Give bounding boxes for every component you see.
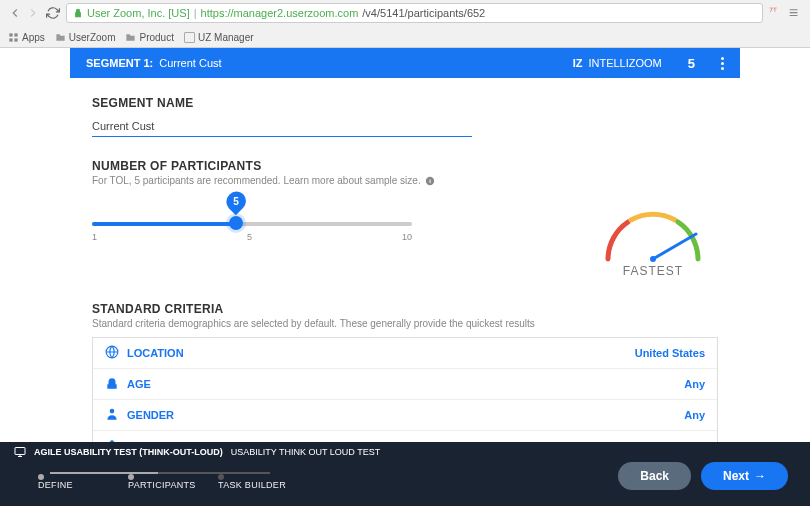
criteria-row-gender[interactable]: GENDER Any [93, 400, 717, 431]
svg-rect-0 [9, 33, 12, 36]
person-icon [105, 407, 119, 423]
speed-gauge: FASTEST [588, 198, 718, 278]
page-body: SEGMENT 1: Current Cust IZ INTELLIZOOM 5… [0, 48, 810, 442]
bookmark-apps[interactable]: Apps [8, 32, 45, 43]
monitor-icon [14, 446, 26, 458]
gauge-label: FASTEST [588, 264, 718, 278]
svg-point-8 [110, 409, 115, 414]
criteria-row-age[interactable]: AGE Any [93, 369, 717, 400]
svg-rect-3 [14, 38, 17, 41]
back-button[interactable]: Back [618, 462, 691, 490]
gauge-icon [593, 204, 713, 264]
criteria-row-income[interactable]: HOUSEHOLD INCOME Any [93, 431, 717, 442]
slider-min: 1 [92, 232, 97, 242]
segment-count: 5 [688, 56, 695, 71]
bookmark-uz-manager[interactable]: UZ Manager [184, 32, 254, 43]
participants-title: NUMBER OF PARTICIPANTS [92, 159, 718, 173]
breadcrumb-test-type: AGILE USABILITY TEST (THINK-OUT-LOUD) [34, 447, 223, 457]
extension-icon[interactable]: ⁷ᵀ [769, 6, 783, 20]
slider-thumb[interactable] [229, 216, 243, 230]
url-bar[interactable]: User Zoom, Inc. [US] | https://manager2.… [66, 3, 763, 23]
criteria-row-location[interactable]: LOCATION United States [93, 338, 717, 369]
provider-short: IZ [573, 57, 583, 69]
criteria-title: STANDARD CRITERIA [92, 302, 718, 316]
svg-point-6 [650, 256, 656, 262]
bookmark-product[interactable]: Product [125, 32, 173, 43]
step-participants[interactable]: PARTICIPANTS [128, 464, 218, 490]
wizard-bottom-bar: AGILE USABILITY TEST (THINK-OUT-LOUD) US… [0, 442, 810, 506]
step-task-builder[interactable]: TASK BUILDER [218, 464, 308, 490]
bookmark-userzoom[interactable]: UserZoom [55, 32, 116, 43]
slider-balloon: 5 [222, 188, 249, 215]
segment-header: SEGMENT 1: Current Cust IZ INTELLIZOOM 5 [70, 48, 740, 78]
chrome-menu-icon[interactable]: ≡ [789, 4, 798, 22]
nav-arrows [8, 6, 40, 20]
next-button[interactable]: Next→ [701, 462, 788, 490]
segment-number: SEGMENT 1: [86, 57, 153, 69]
url-host: https://manager2.userzoom.com [201, 7, 359, 19]
browser-chrome: User Zoom, Inc. [US] | https://manager2.… [0, 0, 810, 48]
segment-name-input[interactable] [92, 116, 472, 137]
step-define[interactable]: DEFINE [38, 464, 128, 490]
segment-name-title: SEGMENT NAME [92, 96, 718, 110]
slider-mid: 5 [247, 232, 252, 242]
slider-max: 10 [402, 232, 412, 242]
forward-arrow-icon[interactable] [26, 6, 40, 20]
url-org: User Zoom, Inc. [US] [87, 7, 190, 19]
info-icon[interactable]: i [425, 176, 435, 186]
age-icon [105, 376, 119, 392]
svg-rect-9 [15, 448, 25, 455]
url-path: /v4/5141/participants/652 [362, 7, 485, 19]
back-arrow-icon[interactable] [8, 6, 22, 20]
breadcrumb-test-name: USABILITY THINK OUT LOUD TEST [231, 447, 380, 457]
criteria-subtext: Standard criteria demographics are selec… [92, 318, 718, 329]
lock-icon [73, 8, 83, 18]
bookmarks-bar: Apps UserZoom Product UZ Manager [0, 26, 810, 48]
kebab-menu-icon[interactable] [721, 57, 724, 70]
globe-icon [105, 345, 119, 361]
participants-subtext: For TOL, 5 participants are recommended.… [92, 175, 718, 186]
segment-title: Current Cust [159, 57, 221, 69]
svg-rect-1 [14, 33, 17, 36]
reload-icon[interactable] [46, 6, 60, 20]
participants-slider[interactable]: 5 1 5 10 [92, 198, 548, 242]
svg-rect-2 [9, 38, 12, 41]
criteria-table: LOCATION United States AGE Any GENDER An… [92, 337, 718, 442]
arrow-right-icon: → [754, 469, 766, 483]
provider-name: INTELLIZOOM [588, 57, 661, 69]
